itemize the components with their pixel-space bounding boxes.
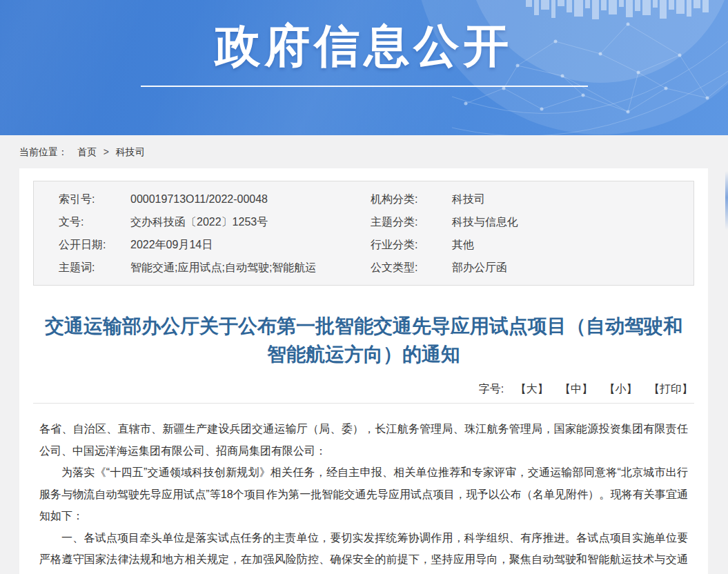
meta-label-industry-category: 行业分类:: [371, 233, 452, 256]
document-meta-table: 索引号: 000019713O11/2022-00048 机构分类: 科技司 文…: [33, 181, 694, 286]
banner-underline: [141, 86, 588, 87]
meta-label-doc-type: 公文类型:: [371, 256, 452, 279]
table-row: 索引号: 000019713O11/2022-00048 机构分类: 科技司: [59, 188, 693, 210]
font-size-large-button[interactable]: 【大】: [515, 383, 549, 395]
banner: 政府信息公开: [0, 0, 728, 135]
breadcrumb: 当前位置： 首页 > 科技司: [0, 135, 728, 168]
table-row: 公开日期: 2022年09月14日 行业分类: 其他: [59, 233, 693, 256]
meta-value-keywords: 智能交通;应用试点;自动驾驶;智能航运: [130, 256, 371, 279]
content-card: 索引号: 000019713O11/2022-00048 机构分类: 科技司 文…: [19, 168, 708, 574]
breadcrumb-section-link[interactable]: 科技司: [116, 146, 145, 157]
page-title: 交通运输部办公厅关于公布第一批智能交通先导应用试点项目（自动驾驶和智能航运方向）…: [43, 312, 685, 368]
scrollbar-thumb[interactable]: [725, 171, 728, 230]
meta-label-doc-no: 文号:: [59, 210, 130, 233]
meta-label-index-no: 索引号:: [59, 188, 130, 210]
breadcrumb-separator: >: [104, 146, 109, 157]
font-size-medium-button[interactable]: 【中】: [560, 383, 593, 395]
meta-label-topic-category: 主题分类:: [371, 210, 452, 233]
document-body: 各省、自治区、直辖市、新疆生产建设兵团交通运输厅（局、委），长江航务管理局、珠江…: [33, 418, 694, 574]
meta-value-topic-category: 科技与信息化: [452, 210, 693, 233]
meta-value-industry-category: 其他: [452, 233, 693, 256]
font-size-label: 字号:: [479, 383, 504, 395]
breadcrumb-label: 当前位置：: [19, 146, 68, 157]
meta-value-doc-type: 部办公厅函: [452, 256, 693, 279]
font-size-small-button[interactable]: 【小】: [604, 383, 638, 395]
meta-value-index-no: 000019713O11/2022-00048: [130, 188, 371, 210]
title-divider: [33, 403, 694, 404]
breadcrumb-home-link[interactable]: 首页: [77, 146, 97, 157]
meta-value-org-category: 科技司: [452, 188, 693, 210]
meta-label-org-category: 机构分类:: [371, 188, 452, 210]
paragraph-intro: 为落实《“十四五”交通领域科技创新规划》相关任务，经自主申报、相关单位推荐和专家…: [39, 462, 688, 527]
table-row: 文号: 交办科技函〔2022〕1253号 主题分类: 科技与信息化: [59, 210, 693, 233]
banner-title: 政府信息公开: [0, 0, 728, 77]
table-row: 主题词: 智能交通;应用试点;自动驾驶;智能航运 公文类型: 部办公厅函: [59, 256, 693, 279]
meta-value-publish-date: 2022年09月14日: [130, 233, 371, 256]
meta-label-publish-date: 公开日期:: [59, 233, 130, 256]
paragraph-salutation: 各省、自治区、直辖市、新疆生产建设兵团交通运输厅（局、委），长江航务管理局、珠江…: [39, 418, 688, 462]
meta-value-doc-no: 交办科技函〔2022〕1253号: [130, 210, 371, 233]
paragraph-item-1: 一、各试点项目牵头单位是落实试点任务的主责单位，要切实发挥统筹协调作用，科学组织…: [39, 527, 688, 574]
meta-label-keywords: 主题词:: [59, 256, 130, 279]
print-button[interactable]: 【打印】: [649, 383, 693, 395]
font-size-controls: 字号: 【大】 【中】 【小】 【打印】: [33, 382, 694, 397]
